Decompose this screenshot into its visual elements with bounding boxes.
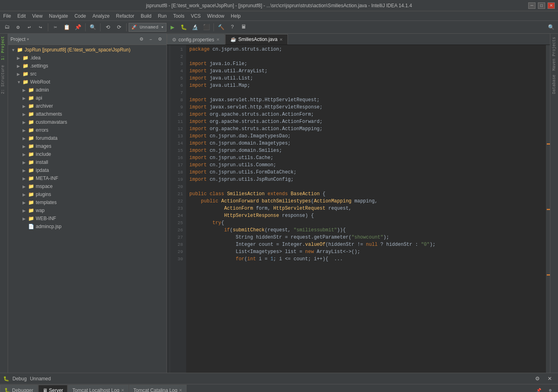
gear-btn[interactable]: ⚙ (545, 386, 556, 392)
tree-label-images: images (36, 143, 51, 149)
window-controls: ─ □ ✕ (528, 2, 555, 9)
btab-server[interactable]: 🖥 Server (38, 385, 68, 392)
debug-close-btn[interactable]: ✕ (544, 374, 555, 384)
tab-smilies-action[interactable]: ☕ SmiliesAction.java ✕ (225, 34, 288, 45)
tree-item-admincp[interactable]: ▶ 📄 admincp.jsp (8, 223, 166, 231)
btab-tomcat-catalina[interactable]: Tomcat Catalina Log ✕ (129, 385, 187, 392)
tree-item-customavatars[interactable]: ▶ 📁 customavatars (8, 118, 166, 126)
tree-item-plugins[interactable]: ▶ 📁 plugins (8, 190, 166, 198)
menu-code[interactable]: Code (71, 11, 89, 20)
menu-analyze[interactable]: Analyze (89, 11, 113, 20)
tab-smilies-close[interactable]: ✕ (279, 37, 283, 42)
toolbar-search-everywhere[interactable]: 🔍 (546, 22, 556, 32)
toolbar-paste-btn[interactable]: 📌 (73, 22, 83, 32)
folder-icon-errors: 📁 (28, 127, 35, 133)
project-collapse-btn[interactable]: − (147, 35, 155, 43)
toolbar-copy-btn[interactable]: 📋 (62, 22, 72, 32)
tree-item-idea[interactable]: ▶ 📁 .idea (8, 54, 166, 62)
tree-item-src[interactable]: ▶ 📁 src (8, 70, 166, 78)
debug-settings-btn[interactable]: ⚙ (532, 374, 543, 384)
project-panel-toggle[interactable]: 1: Project (0, 34, 8, 63)
maven-projects-panel[interactable]: Maven Projects (551, 35, 557, 72)
tree-item-settings[interactable]: ▶ 📁 .settings (8, 62, 166, 70)
tree-item-templates[interactable]: ▶ 📁 templates (8, 198, 166, 206)
tree-item-errors[interactable]: ▶ 📁 errors (8, 126, 166, 134)
menu-help[interactable]: Help (228, 11, 244, 20)
tree-label-admin: admin (36, 87, 49, 93)
tab-config-close[interactable]: ✕ (216, 37, 220, 42)
tab-config-properties[interactable]: ⚙ config.properties ✕ (167, 34, 225, 45)
tree-item-forumdata[interactable]: ▶ 📁 forumdata (8, 134, 166, 142)
toolbar-sep2 (85, 23, 86, 31)
debug-button[interactable]: 🐛 (178, 22, 189, 32)
tree-item-root[interactable]: ▼ 📁 JspRun [jsprunutf8] (E:\test_work_sp… (8, 46, 166, 54)
menu-vcs[interactable]: VCS (188, 11, 204, 20)
coverage-button[interactable]: 🔬 (190, 22, 200, 32)
menu-view[interactable]: View (29, 11, 46, 20)
tree-item-mspace[interactable]: ▶ 📁 mspace (8, 182, 166, 190)
minimize-button[interactable]: ─ (528, 2, 535, 9)
toolbar-project-btn[interactable]: 🗂 (2, 22, 12, 32)
toolbar-calc-btn[interactable]: 🖩 (238, 22, 249, 32)
run-config-selector[interactable]: 🚀 Unnamed ▾ (129, 23, 166, 32)
tree-label-idea: .idea (30, 55, 41, 61)
code-content[interactable]: package cn.jsprun.struts.action; import … (186, 45, 546, 373)
config-props-icon: ⚙ (172, 37, 176, 43)
scrollbar-marks[interactable] (546, 45, 550, 373)
tree-item-attachments[interactable]: ▶ 📁 attachments (8, 110, 166, 118)
project-settings-btn[interactable]: ⚙ (156, 35, 164, 43)
code-editor[interactable]: 12345 678910 1112131415 1617181920 21222… (167, 45, 550, 373)
toolbar-undo-btn[interactable]: ⟲ (103, 22, 113, 32)
tree-item-metainf[interactable]: ▶ 📁 META-INF (8, 174, 166, 182)
pin-btn[interactable]: 📌 (533, 386, 544, 392)
btab-tomcat-catalina-close[interactable]: ✕ (179, 388, 182, 392)
toolbar-hammer-btn[interactable]: 🔨 (216, 22, 226, 32)
stop-button[interactable]: ⬛ (201, 22, 211, 32)
btab-debugger[interactable]: 🐛 Debugger (0, 385, 38, 392)
toolbar-help-btn[interactable]: ? (227, 22, 238, 32)
tree-label-mspace: mspace (36, 184, 53, 189)
tree-item-ipdata[interactable]: ▶ 📁 ipdata (8, 166, 166, 174)
debug-icon: 🐛 (3, 376, 9, 382)
toolbar-redo-btn[interactable]: ⟳ (114, 22, 124, 32)
database-panel[interactable]: Database (551, 73, 557, 96)
menu-tools[interactable]: Tools (170, 11, 188, 20)
tree-spacer-admincp: ▶ (23, 225, 28, 229)
toolbar-fwd-btn[interactable]: ↪ (35, 22, 46, 32)
toolbar-sync-btn[interactable]: ⚙ (13, 22, 23, 32)
menu-refactor[interactable]: Refactor (113, 11, 137, 20)
tree-item-wap[interactable]: ▶ 📁 wap (8, 206, 166, 214)
tree-item-admin[interactable]: ▶ 📁 admin (8, 86, 166, 94)
structure-panel-toggle[interactable]: 2: Structure (0, 63, 8, 96)
tree-label-include: include (36, 151, 51, 157)
btab-tomcat-localhost-close[interactable]: ✕ (121, 388, 124, 392)
menu-edit[interactable]: Edit (14, 11, 29, 20)
tree-item-install[interactable]: ▶ 📁 install (8, 158, 166, 166)
folder-icon-wap: 📁 (28, 208, 35, 213)
folder-icon-admin: 📁 (28, 87, 35, 93)
tree-arrow-mspace: ▶ (23, 184, 28, 189)
menu-run[interactable]: Run (155, 11, 170, 20)
gutter-mark-1 (167, 46, 170, 53)
tree-arrow-idea: ▶ (17, 56, 23, 60)
menu-window[interactable]: Window (204, 11, 228, 20)
server-icon: 🖥 (43, 388, 47, 392)
tree-item-images[interactable]: ▶ 📁 images (8, 142, 166, 150)
project-sync-btn[interactable]: ⚙ (137, 35, 146, 43)
menu-build[interactable]: Build (137, 11, 155, 20)
tree-item-webroot[interactable]: ▼ 📁 WebRoot (8, 78, 166, 86)
toolbar-find-btn[interactable]: 🔍 (88, 22, 98, 32)
tree-item-archiver[interactable]: ▶ 📁 archiver (8, 102, 166, 110)
close-button[interactable]: ✕ (548, 2, 555, 9)
toolbar-back-btn[interactable]: ↩ (24, 22, 35, 32)
tree-item-webinf[interactable]: ▶ 📁 WEB-INF (8, 214, 166, 223)
tree-item-api[interactable]: ▶ 📁 api (8, 94, 166, 102)
toolbar-cut-btn[interactable]: ✂ (50, 22, 61, 32)
project-header: Project ▾ ⚙ − ⚙ (8, 34, 166, 45)
run-button[interactable]: ▶ (167, 22, 178, 32)
maximize-button[interactable]: □ (538, 2, 545, 9)
menu-navigate[interactable]: Navigate (46, 11, 71, 20)
menu-file[interactable]: File (0, 11, 14, 20)
tree-item-include[interactable]: ▶ 📁 include (8, 150, 166, 158)
btab-tomcat-localhost[interactable]: Tomcat Localhost Log ✕ (68, 385, 129, 392)
